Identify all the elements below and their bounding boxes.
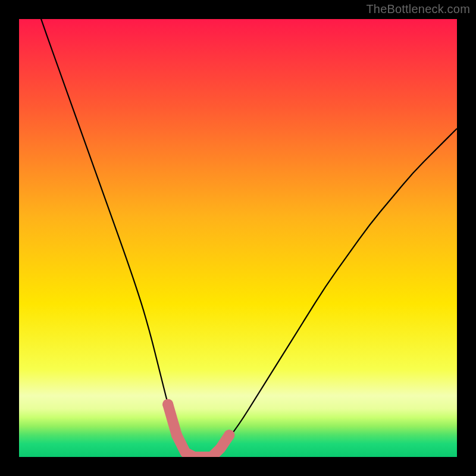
optimal-range-highlight (162, 399, 234, 457)
curve-layer (19, 19, 457, 457)
optimal-range-dot (171, 430, 182, 440)
optimal-range-dot (224, 430, 234, 440)
optimal-range-dot (162, 399, 173, 410)
bottleneck-curve (19, 19, 457, 457)
chart-frame: TheBottleneck.com (0, 0, 476, 476)
plot-area (19, 19, 457, 457)
watermark-text: TheBottleneck.com (366, 2, 470, 16)
